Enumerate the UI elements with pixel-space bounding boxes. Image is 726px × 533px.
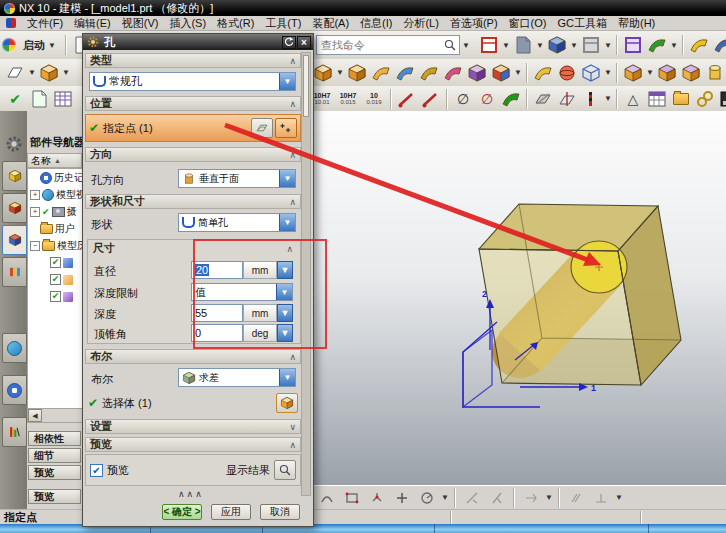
copy-feature-button[interactable] bbox=[680, 62, 702, 84]
tree-item-feature-2[interactable]: ✔ bbox=[28, 271, 83, 288]
shell-button[interactable] bbox=[490, 62, 512, 84]
chevron-down-icon[interactable]: ▼ bbox=[62, 68, 70, 77]
menu-item-edit[interactable]: 编辑(E) bbox=[74, 16, 111, 31]
depth-input[interactable]: 55 bbox=[191, 304, 243, 322]
hole-button[interactable] bbox=[312, 62, 334, 84]
chevron-down-icon[interactable]: ▼ bbox=[670, 41, 678, 50]
tree-item-model-history[interactable]: − 模型历 bbox=[28, 237, 83, 254]
key-button[interactable] bbox=[688, 34, 710, 56]
tip-angle-input[interactable]: 0 bbox=[191, 324, 243, 342]
datum-axis-button[interactable] bbox=[556, 88, 578, 110]
display-mode-button[interactable] bbox=[512, 34, 534, 56]
dependencies-panel-bar[interactable]: 相依性 bbox=[28, 431, 81, 446]
mirror-feature-button[interactable] bbox=[656, 62, 678, 84]
assembly-navigator-tab[interactable] bbox=[2, 161, 27, 191]
expression-button[interactable]: ✔ bbox=[4, 88, 26, 110]
trim-button[interactable] bbox=[442, 62, 464, 84]
menu-item-view[interactable]: 视图(V) bbox=[122, 16, 159, 31]
show-result-button[interactable] bbox=[274, 460, 296, 480]
resource-gear-button[interactable] bbox=[3, 133, 25, 155]
extrude-button[interactable] bbox=[38, 62, 60, 84]
blend-button[interactable] bbox=[532, 62, 554, 84]
menu-item-analysis[interactable]: 分析(L) bbox=[403, 16, 438, 31]
unite-button[interactable] bbox=[466, 62, 488, 84]
dialog-close-button[interactable]: × bbox=[297, 36, 311, 49]
tip-angle-options-button[interactable]: ▼ bbox=[277, 324, 293, 342]
snap-endpoint-button[interactable] bbox=[461, 487, 483, 509]
window-cascade-button[interactable] bbox=[622, 34, 644, 56]
dialog-collapse-handle[interactable]: ∧∧∧ bbox=[178, 489, 204, 499]
section-shape-size-header[interactable]: 形状和尺寸∧ bbox=[85, 194, 301, 209]
menu-item-preferences[interactable]: 首选项(P) bbox=[450, 16, 498, 31]
preview-checkbox[interactable]: ✔ bbox=[90, 464, 103, 477]
sweep-button[interactable] bbox=[370, 62, 392, 84]
tree-item-user-expressions[interactable]: 用户 bbox=[28, 220, 83, 237]
roles-palette-tab[interactable] bbox=[2, 417, 27, 447]
preview-panel-bar[interactable]: 预览 bbox=[28, 465, 81, 480]
tip-angle-unit[interactable]: deg bbox=[243, 324, 277, 342]
diameter-options-button[interactable]: ▼ bbox=[277, 261, 293, 279]
face-style-button[interactable] bbox=[580, 34, 602, 56]
menu-item-window[interactable]: 窗口(O) bbox=[509, 16, 547, 31]
cylinder-feature-button[interactable] bbox=[704, 62, 726, 84]
collapse-icon[interactable]: − bbox=[30, 241, 40, 251]
navigator-horizontal-scrollbar[interactable]: ◀ bbox=[27, 408, 84, 423]
depth-options-button[interactable]: ▼ bbox=[277, 304, 293, 322]
part-navigator-tree[interactable]: 历史记 + 模型视 + ✔ 摄 用户 − 模型历 bbox=[27, 168, 84, 410]
boss-button[interactable] bbox=[346, 62, 368, 84]
chevron-down-icon[interactable]: ▼ bbox=[502, 41, 510, 50]
hole-direction-combo[interactable]: 垂直于面 ▼ bbox=[178, 169, 296, 188]
select-body-button[interactable] bbox=[276, 393, 298, 413]
section-boolean-header[interactable]: 布尔∧ bbox=[85, 349, 301, 364]
depth-limit-combo[interactable]: 值 ▼ bbox=[191, 283, 293, 301]
chevron-down-icon[interactable]: ▼ bbox=[615, 493, 623, 502]
undo-view-button[interactable] bbox=[500, 88, 522, 110]
snap-intersection-button[interactable] bbox=[391, 487, 413, 509]
menu-item-help[interactable]: 帮助(H) bbox=[618, 16, 655, 31]
tolerance-button-3[interactable]: 10 0.019 bbox=[362, 88, 386, 110]
measure-distance-button[interactable] bbox=[396, 88, 418, 110]
section-position-header[interactable]: 位置∧ bbox=[85, 96, 301, 111]
surface-button[interactable] bbox=[394, 62, 416, 84]
command-search-input[interactable] bbox=[319, 38, 443, 52]
expand-icon[interactable]: + bbox=[30, 190, 40, 200]
tolerance-button-2[interactable]: 10H7 0.015 bbox=[336, 88, 360, 110]
part-family-button[interactable] bbox=[646, 88, 668, 110]
snap-pole-button[interactable] bbox=[520, 487, 542, 509]
chevron-down-icon[interactable]: ▼ bbox=[646, 68, 654, 77]
section-type-header[interactable]: 类型∧ bbox=[85, 53, 301, 68]
shaded-view-button[interactable] bbox=[546, 34, 568, 56]
select-body-row[interactable]: ✔ 选择体 (1) bbox=[85, 390, 301, 416]
specify-point-row[interactable]: ✔ 指定点 (1) bbox=[85, 114, 301, 142]
sphere-button[interactable] bbox=[556, 62, 578, 84]
menu-item-insert[interactable]: 插入(S) bbox=[169, 16, 206, 31]
start-button[interactable]: 启动▼ bbox=[18, 36, 61, 55]
window-layout-button[interactable] bbox=[478, 34, 500, 56]
section-dimensions-header[interactable]: 尺寸∧ bbox=[89, 241, 297, 256]
display-window-button[interactable] bbox=[718, 88, 726, 110]
search-options-chevron-icon[interactable]: ▼ bbox=[462, 41, 470, 50]
menu-item-format[interactable]: 格式(R) bbox=[217, 16, 254, 31]
snap-point-button[interactable] bbox=[366, 487, 388, 509]
details-panel-bar[interactable]: 细节 bbox=[28, 448, 81, 463]
hole-type-combo[interactable]: 常规孔 ▼ bbox=[89, 72, 296, 91]
preview-secondary-panel-bar[interactable]: 预览 bbox=[28, 489, 81, 504]
point-set-button[interactable] bbox=[580, 88, 602, 110]
app-menu-icon[interactable] bbox=[6, 18, 16, 28]
menu-item-information[interactable]: 信息(I) bbox=[360, 16, 392, 31]
snap-midpoint-button[interactable] bbox=[486, 487, 508, 509]
chevron-down-icon[interactable]: ▼ bbox=[545, 493, 553, 502]
section-settings-header[interactable]: 设置∨ bbox=[85, 419, 301, 434]
cancel-button[interactable]: 取消 bbox=[260, 504, 300, 520]
chevron-down-icon[interactable]: ▼ bbox=[604, 94, 612, 103]
checkbox-checked-icon[interactable]: ✔ bbox=[50, 274, 61, 285]
tree-item-feature-3[interactable]: ✔ bbox=[28, 288, 83, 305]
section-preview-header[interactable]: 预览∧ bbox=[85, 437, 301, 452]
show-hide-button[interactable] bbox=[712, 34, 726, 56]
checkbox-checked-icon[interactable]: ✔ bbox=[50, 291, 61, 302]
boolean-combo[interactable]: 求差 ▼ bbox=[178, 368, 296, 387]
snap-parallel-button[interactable] bbox=[565, 487, 587, 509]
spreadsheet-button[interactable] bbox=[52, 88, 74, 110]
freeform-button[interactable] bbox=[418, 62, 440, 84]
shape-combo[interactable]: 简单孔 ▼ bbox=[178, 213, 296, 232]
